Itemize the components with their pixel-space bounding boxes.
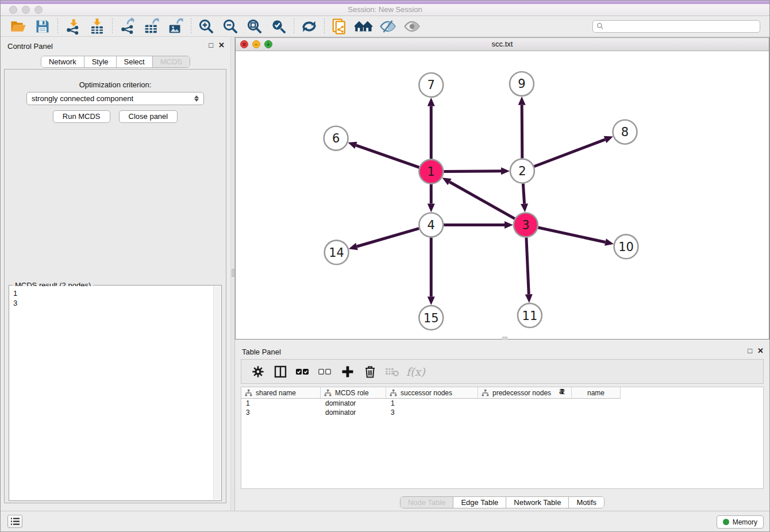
graph-node-label: 2 — [518, 164, 526, 178]
column-header-successor-nodes[interactable]: successor nodes — [386, 387, 478, 399]
graph-edge-3-1[interactable] — [449, 182, 514, 219]
search-input[interactable] — [604, 22, 756, 30]
table-cell[interactable]: dominator — [321, 408, 386, 417]
maximize-window-button[interactable] — [34, 6, 43, 14]
table-panel-close-icon[interactable]: ✕ — [757, 346, 764, 355]
graph-edge-arrowhead — [518, 97, 526, 105]
graph-edge-arrowhead — [348, 142, 357, 149]
table-toolbar: f(x) — [241, 359, 764, 384]
column-header-name[interactable]: name — [572, 387, 621, 399]
tab-edge-table[interactable]: Edge Table — [453, 497, 506, 508]
table-split-panel-icon[interactable] — [272, 363, 289, 380]
window-traffic-lights — [9, 6, 43, 14]
delete-row-trash-icon[interactable] — [361, 363, 379, 380]
export-image-icon[interactable] — [164, 17, 188, 36]
graph-edge-2-9[interactable] — [522, 105, 522, 159]
network-window-titlebar[interactable]: ✕ − + scc.txt — [236, 38, 769, 51]
optimization-criterion-select[interactable]: strongly connected component — [26, 92, 204, 105]
graph-edge-3-11[interactable] — [526, 237, 529, 294]
tab-network[interactable]: Network — [41, 56, 84, 67]
control-panel-close-icon[interactable]: ✕ — [218, 41, 225, 49]
graph-node-label: 15 — [424, 311, 439, 325]
control-panel-float-icon[interactable]: □ — [209, 41, 213, 49]
network-maximize-icon[interactable]: + — [264, 40, 272, 48]
close-panel-button[interactable]: Close panel — [119, 110, 178, 123]
minimize-window-button[interactable] — [22, 6, 30, 14]
table-cell[interactable]: 3 — [241, 408, 321, 417]
tab-select[interactable]: Select — [117, 56, 153, 67]
delete-table-icon[interactable] — [384, 363, 401, 380]
import-table-icon[interactable] — [85, 17, 109, 36]
toolbar-separator — [191, 18, 191, 34]
status-bar: Memory — [1, 511, 769, 531]
tab-style[interactable]: Style — [84, 56, 117, 67]
graph-edge-2-8[interactable] — [534, 140, 605, 167]
add-row-plus-icon[interactable] — [339, 363, 356, 380]
save-session-icon[interactable] — [30, 17, 55, 36]
tab-mcds[interactable]: MCDS — [153, 56, 190, 67]
table-cell[interactable]: 1 — [386, 399, 435, 408]
first-neighbors-icon[interactable] — [352, 17, 376, 36]
graph-edge-1-6[interactable] — [356, 145, 419, 167]
graph-edge-2-3[interactable] — [523, 183, 524, 203]
close-window-button[interactable] — [9, 6, 17, 14]
window-titlebar: Session: New Session — [1, 4, 769, 16]
new-network-from-selection-icon[interactable] — [328, 17, 352, 36]
mcds-result-text[interactable]: 13 — [10, 286, 221, 500]
graph-edge-3-10[interactable] — [538, 228, 605, 242]
splitter-grip[interactable] — [232, 269, 234, 277]
column-header-label: shared name — [256, 389, 296, 397]
network-graph[interactable]: 7968124314101511 — [236, 52, 769, 339]
memory-button[interactable]: Memory — [717, 515, 764, 529]
table-cell[interactable]: 3 — [386, 408, 435, 417]
tab-node-table[interactable]: Node Table — [401, 497, 454, 508]
table-row[interactable]: 3dominator323 — [241, 408, 763, 417]
deselect-all-columns-icon[interactable] — [317, 363, 334, 380]
task-history-button[interactable] — [7, 515, 22, 528]
column-header-label: successor nodes — [401, 389, 452, 397]
zoom-in-icon[interactable] — [194, 17, 218, 36]
show-all-icon[interactable] — [400, 17, 424, 36]
zoom-fit-icon[interactable] — [242, 17, 267, 36]
graph-edge-1-2[interactable] — [444, 171, 501, 172]
export-table-icon[interactable] — [140, 17, 164, 36]
right-area: ✕ − + scc.txt 7968124314101511 Table Pan… — [235, 37, 769, 511]
open-file-icon[interactable] — [6, 17, 30, 36]
application-window: Session: New Session — [0, 0, 770, 532]
network-canvas[interactable]: 7968124314101511 — [236, 52, 769, 339]
table-panel-float-icon[interactable]: □ — [748, 346, 752, 355]
task-list-icon — [11, 518, 20, 525]
mcds-tab-content: Optimization criterion: strongly connect… — [4, 69, 226, 503]
export-network-icon[interactable] — [116, 17, 140, 36]
network-minimize-icon[interactable]: − — [252, 40, 260, 48]
graph-node-label: 9 — [518, 77, 525, 91]
column-header-MCDS-role[interactable]: MCDS role — [321, 387, 386, 399]
select-all-columns-icon[interactable] — [294, 363, 311, 380]
search-box[interactable] — [592, 20, 760, 33]
column-header-shared-name[interactable]: shared name — [241, 387, 321, 399]
zoom-selected-icon[interactable] — [267, 17, 291, 36]
function-builder-fx-icon[interactable]: f(x) — [406, 365, 425, 378]
tab-network-table[interactable]: Network Table — [506, 497, 569, 508]
apply-layout-icon[interactable] — [297, 17, 321, 36]
mcds-result-scrollbar[interactable] — [213, 286, 221, 500]
run-mcds-button[interactable]: Run MCDS — [53, 110, 110, 123]
graph-edge-arrowhead — [521, 203, 528, 212]
panel-splitter[interactable] — [230, 37, 235, 511]
table-cell[interactable]: 2 — [476, 387, 569, 488]
import-network-icon[interactable] — [61, 17, 85, 36]
graph-node-label: 6 — [332, 132, 340, 145]
graph-edge-arrowhead — [605, 238, 614, 246]
window-title: Session: New Session — [1, 4, 769, 16]
table-settings-gear-icon[interactable] — [249, 363, 267, 380]
zoom-out-icon[interactable] — [218, 17, 242, 36]
graph-edge-4-14[interactable] — [357, 229, 419, 246]
network-close-icon[interactable]: ✕ — [240, 40, 248, 48]
network-window-resize-grip[interactable] — [502, 337, 507, 340]
node-table[interactable]: shared nameMCDS rolesuccessor nodesprede… — [241, 387, 764, 489]
hide-selected-icon[interactable] — [376, 17, 400, 36]
table-cell[interactable]: dominator — [321, 399, 386, 408]
tab-motifs[interactable]: Motifs — [569, 497, 604, 508]
table-cell[interactable]: 1 — [241, 399, 321, 408]
control-panel: Control Panel □ ✕ NetworkStyleSelectMCDS… — [1, 37, 230, 511]
